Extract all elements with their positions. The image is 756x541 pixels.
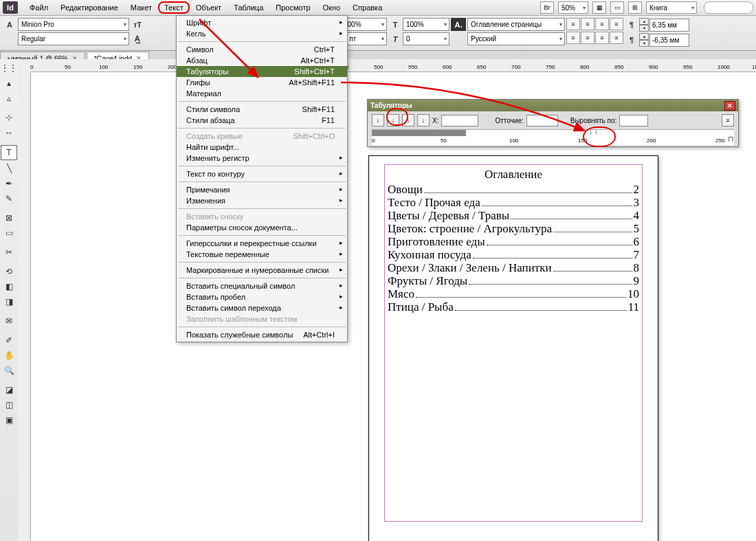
font-style-select[interactable]: Regular — [18, 32, 129, 45]
align-left-icon[interactable]: ≡ — [566, 18, 580, 30]
skew-select[interactable]: 0 — [403, 32, 449, 45]
vscale-select[interactable]: 100% — [403, 18, 449, 31]
workspace-select[interactable]: Книга — [646, 1, 697, 14]
pencil-tool[interactable]: ✎ — [1, 192, 16, 206]
menu-item[interactable]: Вставить символ перехода — [177, 302, 347, 313]
menu-item[interactable]: Материал — [177, 88, 347, 99]
rect-frame-tool[interactable]: ⊠ — [1, 211, 16, 225]
toc-row: Цветок: строение / Агрокультура5 — [385, 222, 642, 235]
tabs-ruler[interactable]: ↓ ↓ 050100150200250 — [372, 129, 734, 145]
char-mode-icon[interactable]: A — [3, 18, 16, 31]
x-field[interactable] — [441, 115, 478, 126]
menu-item[interactable]: Найти шрифт... — [177, 142, 347, 153]
menu-view[interactable]: Просмотр — [269, 1, 316, 14]
fill-swatch-icon[interactable]: A. — [451, 18, 466, 31]
gradient-swatch-tool[interactable]: ◧ — [1, 280, 16, 294]
align-jr-icon[interactable]: ≡ — [595, 32, 609, 44]
menu-item[interactable]: Примечания — [177, 184, 347, 195]
align-field[interactable] — [619, 115, 648, 126]
tabs-panel-header[interactable]: Табуляторы ✕ — [368, 100, 738, 111]
direct-select-tool[interactable]: ▵ — [1, 91, 16, 105]
tab-left-icon[interactable]: ↓ — [372, 114, 384, 126]
align-group: ≡≡≡≡ ≡≡≡≡ — [566, 18, 623, 44]
menu-item[interactable]: Шрифт — [177, 17, 347, 28]
panel-menu-icon[interactable]: ≡ — [722, 114, 734, 126]
line-tool[interactable]: ╲ — [1, 162, 16, 175]
bridge-icon[interactable]: Br — [540, 1, 554, 14]
menu-item: Создать кривыеShift+Ctrl+O — [177, 131, 347, 142]
toc-row: Тесто / Прочая еда3 — [385, 196, 642, 209]
menu-item[interactable]: Стили символаShift+F11 — [177, 104, 347, 115]
menu-item[interactable]: Гиперссылки и перекрестные ссылки — [177, 238, 347, 249]
menu-item[interactable]: ТабуляторыShift+Ctrl+T — [177, 66, 347, 77]
grip-icon[interactable]: ⋮⋮ — [1, 61, 16, 75]
menu-object[interactable]: Объект — [190, 1, 227, 14]
scissors-tool[interactable]: ✂ — [1, 245, 16, 259]
hand-tool[interactable]: ✋ — [1, 349, 16, 362]
menu-item[interactable]: Стили абзацаF11 — [177, 115, 347, 126]
menu-table[interactable]: Таблица — [227, 1, 269, 14]
screen-mode-icon[interactable]: ▭ — [610, 1, 624, 14]
para-style-select[interactable]: Оглавление страницы — [467, 18, 565, 31]
search-input[interactable] — [704, 1, 753, 14]
menu-edit[interactable]: Редактирование — [54, 1, 124, 14]
align-jc-icon[interactable]: ≡ — [581, 32, 594, 44]
note-tool[interactable]: ✉ — [1, 314, 16, 328]
transform-tool[interactable]: ⟲ — [1, 265, 16, 278]
menu-item[interactable]: Показать служебные символыAlt+Ctrl+I — [177, 329, 347, 340]
eyedropper-tool[interactable]: ✐ — [1, 333, 16, 347]
menu-item[interactable]: Параметры сносок документа... — [177, 222, 347, 233]
rect-tool[interactable]: ▭ — [1, 226, 16, 240]
type-tool[interactable]: T — [1, 145, 17, 160]
tab-right-icon[interactable]: ↓ — [402, 114, 414, 126]
menu-text[interactable]: Текст — [158, 1, 190, 14]
align-justify-icon[interactable]: ≡ — [610, 18, 623, 30]
menu-window[interactable]: Окно — [317, 1, 347, 14]
menu-item[interactable]: Вставить специальный символ — [177, 280, 347, 291]
gradient-feather-tool[interactable]: ◨ — [1, 295, 16, 309]
zoom-tool[interactable]: 🔍 — [1, 364, 16, 377]
align-label: Выровнять по: — [570, 117, 617, 124]
screen-mode-tool[interactable]: ▣ — [1, 413, 16, 427]
indent-first-field[interactable]: -6,35 мм — [649, 34, 689, 47]
menu-layout[interactable]: Макет — [124, 1, 158, 14]
tabs-panel[interactable]: Табуляторы ✕ ↓ ↓ ↓ ↓ X: Отточие: Выровня… — [367, 99, 739, 147]
text-frame[interactable]: Оглавление Овощи2Тесто / Прочая еда3Цвет… — [384, 164, 643, 522]
fill-stroke-icon[interactable]: ◪ — [1, 383, 16, 397]
menu-item[interactable]: Вставить пробел — [177, 291, 347, 302]
tab-center-icon[interactable]: ↓ — [387, 114, 399, 126]
gap-tool[interactable]: ↔ — [1, 126, 16, 140]
menu-item[interactable]: АбзацAlt+Ctrl+T — [177, 55, 347, 66]
language-select[interactable]: Русский — [467, 32, 565, 45]
pen-tool[interactable]: ✒ — [1, 177, 16, 190]
indent-left-field[interactable]: 6,35 мм — [649, 19, 689, 32]
menu-item[interactable]: Изменения — [177, 195, 347, 206]
menu-item[interactable]: Кегль — [177, 28, 347, 39]
selection-tool[interactable]: ▴ — [1, 76, 16, 90]
menu-item[interactable]: Текст по контуру — [177, 168, 347, 179]
apply-color-icon[interactable]: ◫ — [1, 398, 16, 412]
tab-decimal-icon[interactable]: ↓ — [417, 114, 430, 126]
align-jl-icon[interactable]: ≡ — [566, 32, 580, 44]
arrange-icon[interactable]: ⊞ — [628, 1, 642, 14]
menu-help[interactable]: Справка — [346, 1, 388, 14]
close-icon[interactable]: ✕ — [724, 101, 735, 111]
font-select[interactable]: Minion Pro — [18, 18, 129, 31]
align-right-icon[interactable]: ≡ — [595, 18, 609, 30]
page-tool[interactable]: ⊹ — [1, 111, 16, 124]
toc-row: Птица / Рыба11 — [385, 300, 642, 313]
view-mode-icon[interactable]: ▦ — [592, 1, 606, 14]
menu-item[interactable]: Маркированные и нумерованные списки — [177, 265, 347, 276]
align-full-icon[interactable]: ≡ — [610, 32, 623, 44]
vertical-ruler[interactable] — [18, 71, 31, 541]
zoom-select[interactable]: 50% — [558, 1, 588, 14]
horizontal-ruler[interactable]: 0501001502002503003504004505005506006507… — [18, 59, 756, 72]
leader-field[interactable] — [526, 115, 558, 126]
menu-file[interactable]: Файл — [23, 1, 54, 14]
align-center-icon[interactable]: ≡ — [581, 18, 594, 30]
menu-item[interactable]: ГлифыAlt+Shift+F11 — [177, 77, 347, 88]
magnet-icon[interactable]: ⊓ — [728, 135, 734, 144]
menu-item[interactable]: Текстовые переменные — [177, 249, 347, 260]
menu-item[interactable]: СимволCtrl+T — [177, 44, 347, 55]
menu-item[interactable]: Изменить регистр — [177, 153, 347, 164]
